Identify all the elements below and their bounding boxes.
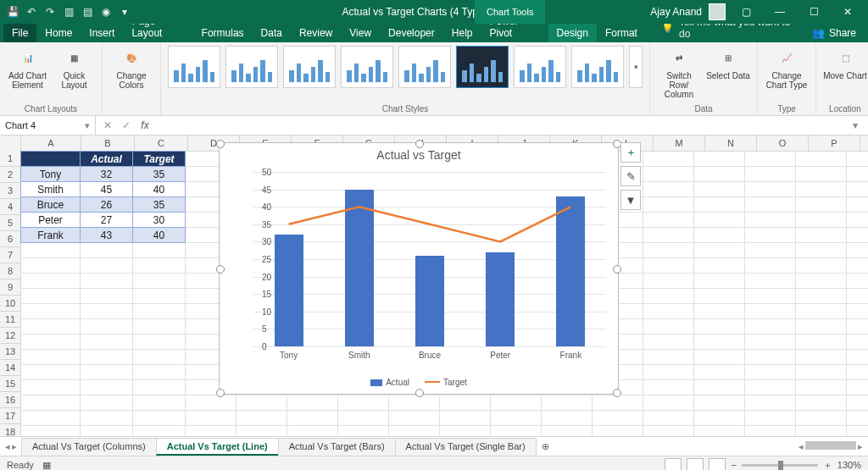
table-header-cell[interactable]: Target <box>133 152 186 167</box>
row-header[interactable]: 17 <box>0 408 20 424</box>
fx-icon[interactable]: fx <box>138 119 152 131</box>
add-chart-element-button[interactable]: 📊Add Chart Element <box>7 46 48 90</box>
change-colors-button[interactable]: 🎨Change Colors <box>109 46 153 90</box>
row-header[interactable]: 6 <box>0 231 20 247</box>
table-cell[interactable]: Tony <box>21 167 81 182</box>
col-header[interactable]: C <box>135 135 188 151</box>
qat-more-icon[interactable]: ▾ <box>119 6 131 18</box>
close-icon[interactable]: ✕ <box>834 0 861 24</box>
col-header[interactable]: O <box>757 135 809 151</box>
redo-icon[interactable]: ↷ <box>44 6 56 18</box>
hscroll-thumb[interactable] <box>805 441 856 450</box>
chart-styles-gallery[interactable]: ▾ <box>168 46 643 88</box>
col-header[interactable]: B <box>81 135 135 151</box>
chart-styles-button[interactable]: ✎ <box>620 166 641 186</box>
tab-formulas[interactable]: Formulas <box>193 24 253 42</box>
tab-data[interactable]: Data <box>253 24 291 42</box>
table-header-cell[interactable]: Actual <box>81 152 133 167</box>
col-header[interactable]: A <box>21 135 81 151</box>
row-header[interactable]: 11 <box>0 312 20 328</box>
chart-style-thumb[interactable] <box>225 46 278 88</box>
tab-view[interactable]: View <box>341 24 380 42</box>
sheet-tab[interactable]: Actual Vs Target (Line) <box>156 438 279 456</box>
row-header[interactable]: 1 <box>0 151 20 167</box>
camera-icon[interactable]: ◉ <box>100 6 112 18</box>
table-cell[interactable]: 30 <box>133 213 186 228</box>
chart-style-thumb[interactable] <box>341 46 393 88</box>
row-header[interactable]: 9 <box>0 279 20 296</box>
chart-style-thumb[interactable] <box>168 46 220 88</box>
quick-layout-button[interactable]: ▦Quick Layout <box>53 46 95 90</box>
move-chart-button[interactable]: ⬚Move Chart <box>823 46 867 80</box>
switch-row-column-button[interactable]: ⇄Switch Row/ Column <box>657 46 701 99</box>
chart-legend[interactable]: Actual Target <box>220 378 618 387</box>
table-cell[interactable]: 35 <box>133 197 186 213</box>
row-header[interactable]: 10 <box>0 296 20 312</box>
table-cell[interactable]: 40 <box>133 228 186 243</box>
row-header[interactable]: 12 <box>0 328 20 344</box>
row-header[interactable]: 15 <box>0 376 20 392</box>
col-header[interactable]: N <box>705 135 757 151</box>
ribbon-options-icon[interactable]: ▢ <box>732 0 760 24</box>
table-cell[interactable]: Smith <box>21 182 81 197</box>
sheet-tab[interactable]: Actual Vs Target (Single Bar) <box>395 438 537 456</box>
zoom-in-button[interactable]: ＋ <box>823 459 832 471</box>
row-header[interactable]: 3 <box>0 183 20 199</box>
change-chart-type-button[interactable]: 📈Change Chart Type <box>765 46 809 90</box>
user-name[interactable]: Ajay Anand <box>650 6 702 18</box>
qat-icon-2[interactable]: ▤ <box>81 6 93 18</box>
row-header[interactable]: 16 <box>0 392 20 408</box>
col-header[interactable]: P <box>809 135 860 151</box>
maximize-icon[interactable]: ☐ <box>800 0 827 24</box>
hscroll-left-icon[interactable]: ◂ <box>798 441 804 452</box>
row-header[interactable]: 14 <box>0 360 20 376</box>
minimize-icon[interactable]: ― <box>766 0 793 24</box>
formula-bar[interactable] <box>157 119 843 132</box>
table-cell[interactable]: 43 <box>81 228 133 243</box>
worksheet-grid[interactable]: ABCDEFGHIJKLMNOP 12345678910111213141516… <box>0 135 868 436</box>
tab-insert[interactable]: Insert <box>81 24 123 42</box>
table-cell[interactable]: 40 <box>133 182 186 197</box>
avatar[interactable] <box>709 3 726 20</box>
sheet-tab[interactable]: Actual Vs Target (Bars) <box>278 438 396 456</box>
chevron-down-icon[interactable]: ▾ <box>85 120 90 131</box>
table-cell[interactable]: 27 <box>81 213 133 228</box>
chart-style-thumb[interactable] <box>398 46 451 88</box>
row-header[interactable]: 13 <box>0 344 20 360</box>
zoom-out-button[interactable]: − <box>731 460 736 470</box>
row-header[interactable]: 8 <box>0 263 20 279</box>
undo-icon[interactable]: ↶ <box>25 6 37 18</box>
table-header-cell[interactable] <box>21 152 81 167</box>
tab-file[interactable]: File <box>3 24 36 42</box>
sheet-nav-prev-icon[interactable]: ◂ <box>5 441 10 452</box>
table-cell[interactable]: 45 <box>81 182 133 197</box>
select-data-button[interactable]: ⊞Select Data <box>706 46 750 80</box>
row-header[interactable]: 4 <box>0 199 20 215</box>
page-break-view-button[interactable] <box>709 458 726 470</box>
chart-style-thumb[interactable] <box>514 46 566 88</box>
chart-title[interactable]: Actual vs Target <box>220 148 618 162</box>
line-series[interactable] <box>253 172 606 346</box>
qat-icon[interactable]: ▥ <box>63 6 75 18</box>
normal-view-button[interactable] <box>665 458 682 470</box>
tab-review[interactable]: Review <box>291 24 341 42</box>
table-cell[interactable]: Peter <box>21 213 81 228</box>
table-cell[interactable]: 32 <box>81 167 133 182</box>
table-cell[interactable]: 26 <box>81 197 133 213</box>
styles-more-icon[interactable]: ▾ <box>629 46 643 88</box>
sheet-tab[interactable]: Actual Vs Target (Columns) <box>21 438 157 456</box>
zoom-level[interactable]: 130% <box>837 460 861 470</box>
tab-format[interactable]: Format <box>597 24 646 42</box>
chart-style-thumb[interactable] <box>283 46 336 88</box>
table-cell[interactable]: 35 <box>133 167 186 182</box>
zoom-slider[interactable] <box>742 464 818 467</box>
page-layout-view-button[interactable] <box>687 458 704 470</box>
chart-filters-button[interactable]: ▼ <box>620 190 641 210</box>
row-header[interactable]: 2 <box>0 167 20 183</box>
chart-style-thumb[interactable] <box>571 46 624 88</box>
tab-help[interactable]: Help <box>443 24 481 42</box>
enter-formula-icon[interactable]: ✓ <box>120 119 133 131</box>
autosave-icon[interactable]: 💾 <box>7 6 19 18</box>
chart-style-thumb[interactable] <box>456 46 509 88</box>
table-cell[interactable]: Bruce <box>21 197 81 213</box>
